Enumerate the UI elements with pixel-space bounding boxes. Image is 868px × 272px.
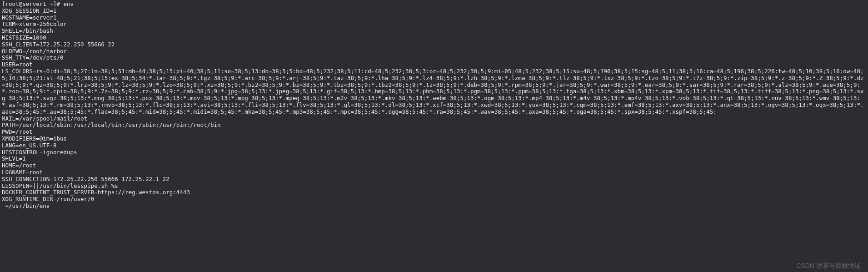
env-line: DOCKER_CONTENT_TRUST_SERVER=https://reg.… bbox=[2, 189, 190, 196]
env-line: HISTCONTROL=ignoredups bbox=[2, 149, 77, 156]
env-line: LANG=en_US.UTF-8 bbox=[2, 142, 56, 149]
env-line: _=/usr/bin/env bbox=[2, 202, 50, 209]
env-line: LS_COLORS=rs=0:di=38;5;27:ln=38;5;51:mh=… bbox=[2, 68, 863, 115]
env-line: OLDPWD=/root/harbor bbox=[2, 48, 67, 55]
env-line: SHELL=/bin/bash bbox=[2, 27, 53, 34]
env-line: HISTSIZE=1000 bbox=[2, 34, 46, 41]
env-line: MAIL=/var/spool/mail/root bbox=[2, 115, 87, 122]
env-line: XDG_RUNTIME_DIR=/run/user/0 bbox=[2, 196, 94, 202]
prompt-line: [root@server1 ~]# env bbox=[2, 0, 74, 7]
env-line: SSH_TTY=/dev/pts/0 bbox=[2, 54, 63, 61]
env-line: SSH_CONNECTION=172.25.22.250 55666 172.2… bbox=[2, 176, 170, 182]
env-line: TERM=xterm-256color bbox=[2, 20, 67, 27]
terminal-output[interactable]: [root@server1 ~]# env XDG_SESSION_ID=1 H… bbox=[0, 0, 868, 211]
env-line: LOGNAME=root bbox=[2, 169, 43, 176]
env-line: HOSTNAME=server1 bbox=[2, 14, 56, 21]
env-line: LESSOPEN=||/usr/bin/lesspipe.sh %s bbox=[2, 182, 118, 189]
watermark: CSDN @雾与晨解忧铺 bbox=[796, 262, 861, 270]
env-line: PATH=/usr/local/sbin:/usr/local/bin:/usr… bbox=[2, 121, 221, 128]
env-line: HOME=/root bbox=[2, 162, 36, 169]
env-line: USER=root bbox=[2, 61, 33, 68]
env-line: SHLVL=1 bbox=[2, 155, 26, 162]
env-line: SSH_CLIENT=172.25.22.250 55666 22 bbox=[2, 41, 115, 48]
env-line: XMODIFIERS=@im=ibus bbox=[2, 135, 67, 142]
env-line: PWD=/root bbox=[2, 128, 33, 135]
env-line: XDG_SESSION_ID=1 bbox=[2, 7, 56, 14]
